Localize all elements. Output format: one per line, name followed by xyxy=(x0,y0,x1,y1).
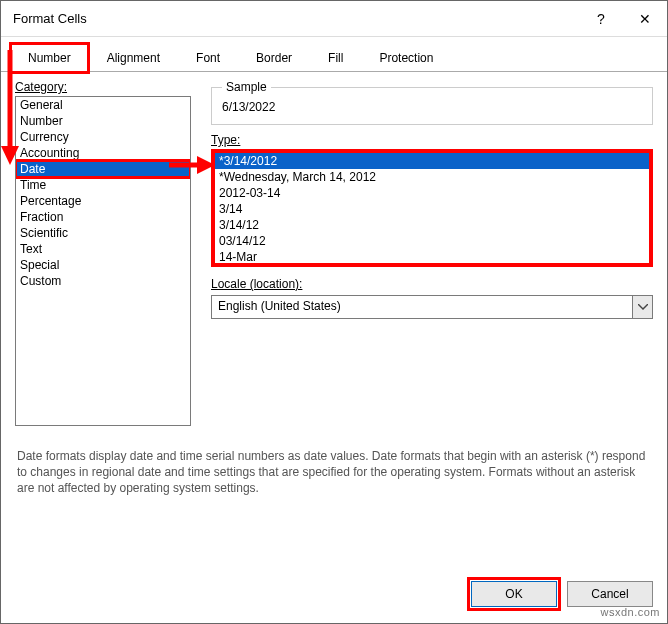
category-item-custom[interactable]: Custom xyxy=(16,273,190,289)
type-item[interactable]: *3/14/2012 xyxy=(215,153,649,169)
tab-border[interactable]: Border xyxy=(239,44,309,72)
format-description: Date formats display date and time seria… xyxy=(15,444,653,497)
ok-button[interactable]: OK xyxy=(471,581,557,607)
category-item-percentage[interactable]: Percentage xyxy=(16,193,190,209)
category-item-special[interactable]: Special xyxy=(16,257,190,273)
locale-value: English (United States) xyxy=(212,296,632,318)
type-item[interactable]: 2012-03-14 xyxy=(215,185,649,201)
close-button[interactable]: ✕ xyxy=(623,1,667,37)
format-cells-dialog: Format Cells ? ✕ Number Alignment Font B… xyxy=(0,0,668,624)
category-item-scientific[interactable]: Scientific xyxy=(16,225,190,241)
tab-fill[interactable]: Fill xyxy=(311,44,360,72)
help-button[interactable]: ? xyxy=(579,1,623,37)
category-item-accounting[interactable]: Accounting xyxy=(16,145,190,161)
category-item-general[interactable]: General xyxy=(16,97,190,113)
locale-label: Locale (location): xyxy=(211,277,653,291)
tab-alignment[interactable]: Alignment xyxy=(90,44,177,72)
close-icon: ✕ xyxy=(639,11,651,27)
settings-panel: Sample 6/13/2022 Type: *3/14/2012 *Wedne… xyxy=(211,80,653,426)
chevron-down-icon[interactable] xyxy=(632,296,652,318)
category-item-text[interactable]: Text xyxy=(16,241,190,257)
watermark: wsxdn.com xyxy=(600,606,660,618)
category-item-number[interactable]: Number xyxy=(16,113,190,129)
sample-legend: Sample xyxy=(222,80,271,94)
type-item[interactable]: 3/14 xyxy=(215,201,649,217)
type-label: Type: xyxy=(211,133,653,147)
category-item-currency[interactable]: Currency xyxy=(16,129,190,145)
tab-number[interactable]: Number xyxy=(11,44,88,72)
tab-font[interactable]: Font xyxy=(179,44,237,72)
cancel-button[interactable]: Cancel xyxy=(567,581,653,607)
type-listbox[interactable]: *3/14/2012 *Wednesday, March 14, 2012 20… xyxy=(211,149,653,267)
category-item-date[interactable]: Date xyxy=(16,161,190,177)
sample-value: 6/13/2022 xyxy=(222,100,642,114)
category-listbox[interactable]: General Number Currency Accounting Date … xyxy=(15,96,191,426)
category-item-fraction[interactable]: Fraction xyxy=(16,209,190,225)
tab-strip: Number Alignment Font Border Fill Protec… xyxy=(1,37,667,72)
tab-protection[interactable]: Protection xyxy=(362,44,450,72)
type-item[interactable]: 14-Mar xyxy=(215,249,649,265)
help-icon: ? xyxy=(597,11,605,27)
category-label: Category: xyxy=(15,80,191,94)
category-item-time[interactable]: Time xyxy=(16,177,190,193)
titlebar: Format Cells ? ✕ xyxy=(1,1,667,37)
locale-dropdown[interactable]: English (United States) xyxy=(211,295,653,319)
dialog-title: Format Cells xyxy=(13,11,579,26)
type-item[interactable]: 3/14/12 xyxy=(215,217,649,233)
dialog-footer: OK Cancel xyxy=(1,569,667,623)
sample-box: Sample 6/13/2022 xyxy=(211,80,653,125)
type-item[interactable]: 03/14/12 xyxy=(215,233,649,249)
category-panel: Category: General Number Currency Accoun… xyxy=(15,80,191,426)
tab-content: Category: General Number Currency Accoun… xyxy=(1,72,667,623)
type-item[interactable]: *Wednesday, March 14, 2012 xyxy=(215,169,649,185)
